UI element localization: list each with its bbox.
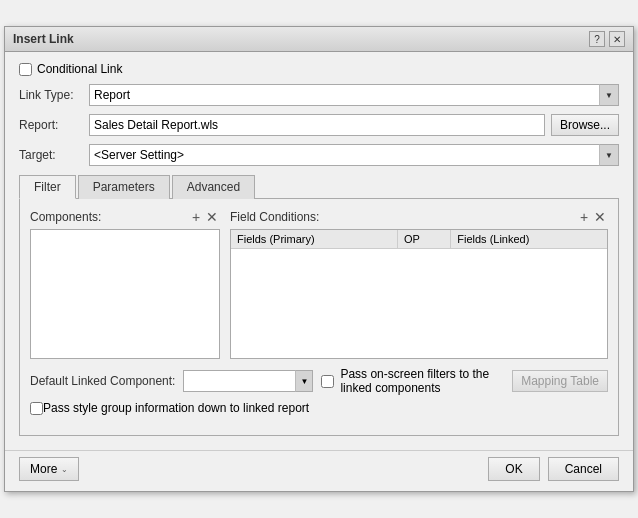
ok-button[interactable]: OK: [488, 457, 539, 481]
conditional-link-label: Conditional Link: [37, 62, 122, 76]
components-label: Components:: [30, 210, 188, 224]
insert-link-dialog: Insert Link ? ✕ Conditional Link Link Ty…: [4, 26, 634, 492]
report-label: Report:: [19, 118, 89, 132]
col-fields-linked: Fields (Linked): [451, 230, 607, 249]
tab-advanced[interactable]: Advanced: [172, 175, 255, 199]
default-linked-select-wrapper: ▼: [183, 370, 313, 392]
col-op: OP: [397, 230, 450, 249]
report-row: Report: Browse...: [19, 114, 619, 136]
default-linked-label: Default Linked Component:: [30, 374, 175, 388]
target-select[interactable]: <Server Setting>: [89, 144, 619, 166]
close-button[interactable]: ✕: [609, 31, 625, 47]
target-row: Target: <Server Setting> ▼: [19, 144, 619, 166]
more-label: More: [30, 462, 57, 476]
components-panel-header: Components: + ✕: [30, 209, 220, 225]
pass-filter-row: Pass on-screen filters to the linked com…: [321, 367, 608, 395]
help-button[interactable]: ?: [589, 31, 605, 47]
conditional-link-checkbox[interactable]: [19, 63, 32, 76]
field-conditions-header: Field Conditions: + ✕: [230, 209, 608, 225]
default-linked-select[interactable]: [183, 370, 313, 392]
pass-style-checkbox[interactable]: [30, 402, 43, 415]
conditional-link-row: Conditional Link: [19, 62, 619, 76]
conditions-remove-button[interactable]: ✕: [592, 209, 608, 225]
filter-layout: Components: + ✕ Field Conditions: + ✕: [30, 209, 608, 359]
link-type-select[interactable]: Report: [89, 84, 619, 106]
components-add-button[interactable]: +: [188, 209, 204, 225]
link-type-label: Link Type:: [19, 88, 89, 102]
field-conditions-panel: Field Conditions: + ✕ Fields (Primary) O…: [230, 209, 608, 359]
filter-tab-content: Components: + ✕ Field Conditions: + ✕: [19, 199, 619, 436]
dialog-title: Insert Link: [13, 32, 74, 46]
conditions-add-button[interactable]: +: [576, 209, 592, 225]
tab-filter[interactable]: Filter: [19, 175, 76, 199]
pass-filters-label: Pass on-screen filters to the linked com…: [340, 367, 506, 395]
cancel-button[interactable]: Cancel: [548, 457, 619, 481]
pass-style-label: Pass style group information down to lin…: [43, 401, 309, 415]
components-panel: Components: + ✕: [30, 209, 220, 359]
link-type-select-wrapper: Report ▼: [89, 84, 619, 106]
report-input[interactable]: [89, 114, 545, 136]
tabs-bar: Filter Parameters Advanced: [19, 174, 619, 199]
components-remove-button[interactable]: ✕: [204, 209, 220, 225]
footer-right: OK Cancel: [488, 457, 619, 481]
field-conditions-label: Field Conditions:: [230, 210, 576, 224]
target-select-wrapper: <Server Setting> ▼: [89, 144, 619, 166]
tabs-container: Filter Parameters Advanced Components: +…: [19, 174, 619, 436]
link-type-row: Link Type: Report ▼: [19, 84, 619, 106]
browse-button[interactable]: Browse...: [551, 114, 619, 136]
dialog-footer: More ⌄ OK Cancel: [5, 450, 633, 491]
components-list[interactable]: [30, 229, 220, 359]
more-button[interactable]: More ⌄: [19, 457, 79, 481]
title-bar-buttons: ? ✕: [589, 31, 625, 47]
title-bar: Insert Link ? ✕: [5, 27, 633, 52]
pass-style-row: Pass style group information down to lin…: [30, 401, 608, 415]
target-label: Target:: [19, 148, 89, 162]
dialog-body: Conditional Link Link Type: Report ▼ Rep…: [5, 52, 633, 446]
default-linked-row: Default Linked Component: ▼ Pass on-scre…: [30, 367, 608, 395]
pass-filters-checkbox[interactable]: [321, 375, 334, 388]
conditions-table[interactable]: Fields (Primary) OP Fields (Linked): [230, 229, 608, 359]
col-fields-primary: Fields (Primary): [231, 230, 397, 249]
footer-left: More ⌄: [19, 457, 79, 481]
tab-parameters[interactable]: Parameters: [78, 175, 170, 199]
mapping-table-button[interactable]: Mapping Table: [512, 370, 608, 392]
more-chevron-icon: ⌄: [61, 465, 68, 474]
